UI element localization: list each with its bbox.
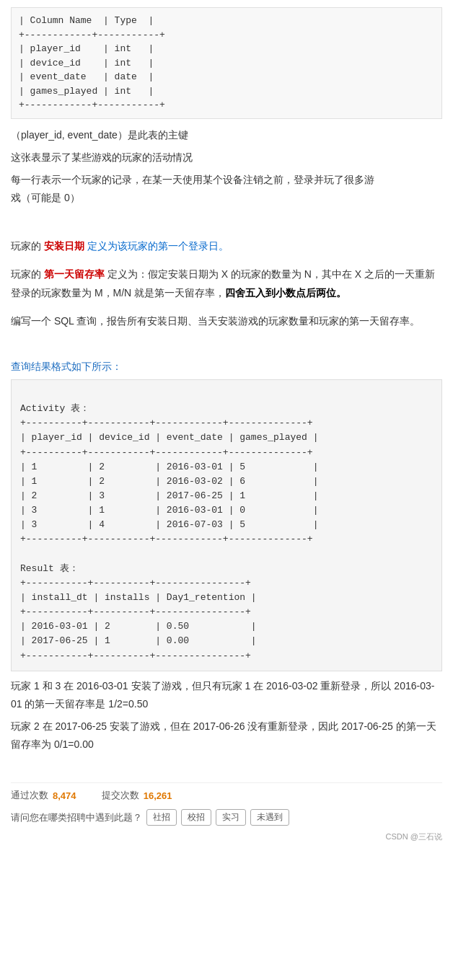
explain2: 玩家 2 在 2017-06-25 安装了游戏，但在 2017-06-26 没有… <box>11 718 442 754</box>
schema-row-3: | games_played | int | <box>19 86 154 97</box>
schema-code-block: | Column Name | Type | +------------+---… <box>11 7 442 119</box>
def-para2-bold2: 四舍五入到小数点后两位。 <box>225 287 346 299</box>
pass-value: 8,474 <box>53 790 76 801</box>
tag-shixi[interactable]: 实习 <box>216 809 246 826</box>
desc-line1: （player_id, event_date）是此表的主键 <box>11 126 442 144</box>
desc-line3-text: 每一行表示一个玩家的记录，在某一天使用某个设备注销之前，登录并玩了很多游 <box>11 174 374 185</box>
question-row: 请问您在哪类招聘中遇到此题？ 社招 校招 实习 未遇到 <box>11 809 442 826</box>
def-para2-bold: 第一天留存率 <box>44 268 105 280</box>
csdn-credit: CSDN @三石说 <box>11 831 442 842</box>
example-block: Activity 表： +----------+-----------+----… <box>11 379 442 671</box>
activity-table: +----------+-----------+------------+---… <box>20 418 318 544</box>
footer-stats: 通过次数 8,474 提交次数 16,261 <box>11 782 442 802</box>
def-para1-prefix: 玩家的 <box>11 240 44 252</box>
schema-row-0: | player_id | int | <box>19 43 154 54</box>
pass-label: 通过次数 <box>11 789 48 802</box>
result-table: +-----------+----------+----------------… <box>20 578 257 661</box>
def-para1-bold: 安装日期 <box>44 240 84 252</box>
desc-line2: 这张表显示了某些游戏的玩家的活动情况 <box>11 149 442 167</box>
def-para1-suffix: 定义为该玩家的第一个登录日。 <box>84 240 229 252</box>
desc-line3: 每一行表示一个玩家的记录，在某一天使用某个设备注销之前，登录并玩了很多游 戏（可… <box>11 171 442 207</box>
def-para2-prefix: 玩家的 <box>11 268 44 280</box>
submit-label: 提交次数 <box>102 789 139 802</box>
schema-header: | Column Name | Type | <box>19 15 154 26</box>
def-para2: 玩家的 第一天留存率 定义为：假定安装日期为 X 的玩家的数量为 N，其中在 X… <box>11 265 442 301</box>
definition-section: 玩家的 安装日期 定义为该玩家的第一个登录日。 玩家的 第一天留存率 定义为：假… <box>11 237 442 330</box>
result-label: Result 表： <box>20 563 79 574</box>
explain1: 玩家 1 和 3 在 2016-03-01 安装了游戏，但只有玩家 1 在 20… <box>11 677 442 713</box>
tag-xiaozha[interactable]: 校招 <box>181 809 211 826</box>
footer-sep <box>87 790 92 801</box>
question-text: 请问您在哪类招聘中遇到此题？ <box>11 811 142 824</box>
schema-row-1: | device_id | int | <box>19 58 154 69</box>
result-section-title: 查询结果格式如下所示： <box>11 361 442 374</box>
schema-row-2: | event_date | date | <box>19 71 154 82</box>
submit-value: 16,261 <box>144 790 172 801</box>
description-block: （player_id, event_date）是此表的主键 这张表显示了某些游戏… <box>11 126 442 208</box>
tag-weiyudao[interactable]: 未遇到 <box>250 809 289 826</box>
explain1-text: 玩家 1 和 3 在 2016-03-01 安装了游戏，但只有玩家 1 在 20… <box>11 680 434 710</box>
schema-divider2: +------------+-----------+ <box>19 100 165 110</box>
def-para3: 编写一个 SQL 查询，报告所有安装日期、当天安装游戏的玩家数量和玩家的第一天留… <box>11 312 442 330</box>
desc-line3b-text: 戏（可能是 0） <box>11 192 80 203</box>
tag-shezha[interactable]: 社招 <box>146 809 177 826</box>
def-para1: 玩家的 安装日期 定义为该玩家的第一个登录日。 <box>11 237 442 255</box>
activity-label: Activity 表： <box>20 403 89 414</box>
explain2-text: 玩家 2 在 2017-06-25 安装了游戏，但在 2017-06-26 没有… <box>11 720 436 750</box>
schema-divider1: +------------+-----------+ <box>19 30 165 40</box>
